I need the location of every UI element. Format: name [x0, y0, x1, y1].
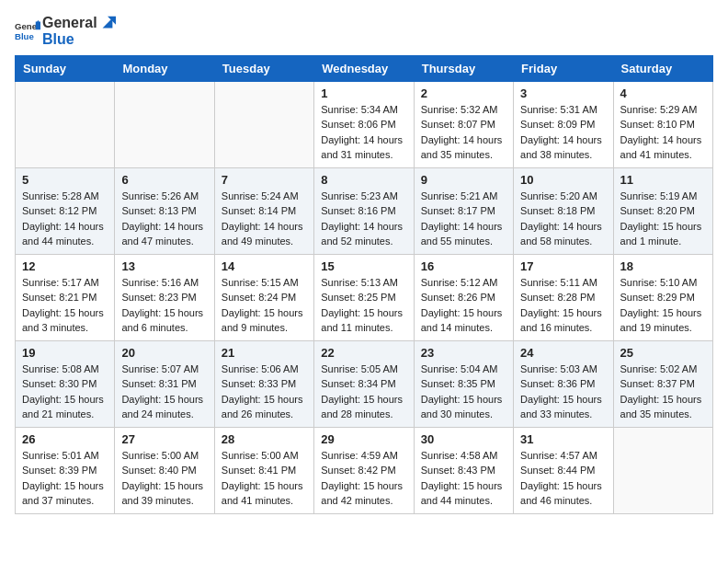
day-number: 7 [222, 173, 307, 187]
weekday-header-tuesday: Tuesday [214, 55, 313, 81]
day-info: Sunrise: 4:58 AM Sunset: 8:43 PM Dayligh… [421, 448, 506, 509]
calendar-cell: 17Sunrise: 5:11 AM Sunset: 8:28 PM Dayli… [514, 254, 613, 340]
day-number: 5 [22, 173, 108, 187]
day-info: Sunrise: 5:00 AM Sunset: 8:40 PM Dayligh… [121, 448, 207, 509]
day-info: Sunrise: 5:21 AM Sunset: 8:17 PM Dayligh… [421, 189, 506, 249]
day-info: Sunrise: 5:08 AM Sunset: 8:30 PM Dayligh… [22, 362, 108, 422]
calendar-cell [214, 81, 313, 167]
calendar-cell: 21Sunrise: 5:06 AM Sunset: 8:33 PM Dayli… [214, 340, 313, 427]
day-number: 24 [520, 346, 606, 360]
calendar-cell: 23Sunrise: 5:04 AM Sunset: 8:35 PM Dayli… [414, 340, 513, 427]
day-number: 8 [321, 173, 406, 187]
logo-general-text: General [42, 15, 116, 31]
calendar-cell: 20Sunrise: 5:07 AM Sunset: 8:31 PM Dayli… [115, 340, 214, 427]
day-info: Sunrise: 5:05 AM Sunset: 8:34 PM Dayligh… [321, 362, 406, 422]
day-info: Sunrise: 5:16 AM Sunset: 8:23 PM Dayligh… [121, 275, 207, 336]
weekday-header-monday: Monday [115, 55, 214, 81]
logo: General Blue General Blue [15, 15, 116, 48]
calendar-cell: 11Sunrise: 5:19 AM Sunset: 8:20 PM Dayli… [613, 167, 712, 254]
day-number: 18 [620, 259, 706, 273]
day-info: Sunrise: 5:34 AM Sunset: 8:06 PM Dayligh… [321, 102, 406, 163]
day-number: 30 [421, 432, 506, 446]
day-info: Sunrise: 5:24 AM Sunset: 8:14 PM Dayligh… [222, 189, 307, 249]
calendar-cell: 28Sunrise: 5:00 AM Sunset: 8:41 PM Dayli… [214, 427, 313, 513]
svg-text:Blue: Blue [15, 31, 34, 41]
day-number: 9 [421, 173, 506, 187]
day-info: Sunrise: 5:04 AM Sunset: 8:35 PM Dayligh… [421, 362, 506, 422]
calendar-week-row: 5Sunrise: 5:28 AM Sunset: 8:12 PM Daylig… [16, 167, 713, 254]
calendar-cell: 16Sunrise: 5:12 AM Sunset: 8:26 PM Dayli… [414, 254, 513, 340]
day-info: Sunrise: 4:59 AM Sunset: 8:42 PM Dayligh… [321, 448, 406, 509]
logo-blue-text: Blue [42, 31, 116, 48]
day-number: 25 [620, 346, 706, 360]
calendar-cell: 22Sunrise: 5:05 AM Sunset: 8:34 PM Dayli… [314, 340, 414, 427]
day-number: 19 [22, 346, 108, 360]
calendar-cell: 19Sunrise: 5:08 AM Sunset: 8:30 PM Dayli… [16, 340, 115, 427]
calendar-cell: 26Sunrise: 5:01 AM Sunset: 8:39 PM Dayli… [16, 427, 115, 513]
day-info: Sunrise: 4:57 AM Sunset: 8:44 PM Dayligh… [520, 448, 606, 509]
day-number: 2 [421, 86, 506, 100]
calendar-week-row: 12Sunrise: 5:17 AM Sunset: 8:21 PM Dayli… [16, 254, 713, 340]
day-number: 17 [520, 259, 606, 273]
day-info: Sunrise: 5:28 AM Sunset: 8:12 PM Dayligh… [22, 189, 108, 249]
day-info: Sunrise: 5:03 AM Sunset: 8:36 PM Dayligh… [520, 362, 606, 422]
day-number: 12 [22, 259, 108, 273]
day-info: Sunrise: 5:20 AM Sunset: 8:18 PM Dayligh… [520, 189, 606, 249]
calendar-week-row: 26Sunrise: 5:01 AM Sunset: 8:39 PM Dayli… [16, 427, 713, 513]
weekday-header-thursday: Thursday [414, 55, 513, 81]
day-number: 13 [121, 259, 207, 273]
calendar-cell [16, 81, 115, 167]
calendar-cell: 29Sunrise: 4:59 AM Sunset: 8:42 PM Dayli… [314, 427, 414, 513]
day-number: 26 [22, 432, 108, 446]
day-info: Sunrise: 5:26 AM Sunset: 8:13 PM Dayligh… [121, 189, 207, 249]
calendar-week-row: 1Sunrise: 5:34 AM Sunset: 8:06 PM Daylig… [16, 81, 713, 167]
day-info: Sunrise: 5:01 AM Sunset: 8:39 PM Dayligh… [22, 448, 108, 509]
calendar-cell: 31Sunrise: 4:57 AM Sunset: 8:44 PM Dayli… [514, 427, 613, 513]
day-number: 3 [520, 86, 606, 100]
day-info: Sunrise: 5:07 AM Sunset: 8:31 PM Dayligh… [121, 362, 207, 422]
day-info: Sunrise: 5:31 AM Sunset: 8:09 PM Dayligh… [520, 102, 606, 163]
calendar-cell: 8Sunrise: 5:23 AM Sunset: 8:16 PM Daylig… [314, 167, 414, 254]
calendar-cell: 13Sunrise: 5:16 AM Sunset: 8:23 PM Dayli… [115, 254, 214, 340]
weekday-header-row: SundayMondayTuesdayWednesdayThursdayFrid… [16, 55, 713, 81]
calendar-cell [613, 427, 712, 513]
calendar-cell: 9Sunrise: 5:21 AM Sunset: 8:17 PM Daylig… [414, 167, 513, 254]
calendar-cell: 3Sunrise: 5:31 AM Sunset: 8:09 PM Daylig… [514, 81, 613, 167]
calendar-cell: 24Sunrise: 5:03 AM Sunset: 8:36 PM Dayli… [514, 340, 613, 427]
calendar-cell: 14Sunrise: 5:15 AM Sunset: 8:24 PM Dayli… [214, 254, 313, 340]
day-info: Sunrise: 5:12 AM Sunset: 8:26 PM Dayligh… [421, 275, 506, 336]
day-number: 23 [421, 346, 506, 360]
calendar-cell: 5Sunrise: 5:28 AM Sunset: 8:12 PM Daylig… [16, 167, 115, 254]
calendar-cell: 10Sunrise: 5:20 AM Sunset: 8:18 PM Dayli… [514, 167, 613, 254]
day-info: Sunrise: 5:17 AM Sunset: 8:21 PM Dayligh… [22, 275, 108, 336]
weekday-header-sunday: Sunday [16, 55, 115, 81]
calendar-cell: 25Sunrise: 5:02 AM Sunset: 8:37 PM Dayli… [613, 340, 712, 427]
calendar-cell: 27Sunrise: 5:00 AM Sunset: 8:40 PM Dayli… [115, 427, 214, 513]
day-number: 4 [620, 86, 706, 100]
calendar-table: SundayMondayTuesdayWednesdayThursdayFrid… [15, 55, 713, 514]
day-number: 14 [222, 259, 307, 273]
day-info: Sunrise: 5:23 AM Sunset: 8:16 PM Dayligh… [321, 189, 406, 249]
day-number: 16 [421, 259, 506, 273]
calendar-cell: 30Sunrise: 4:58 AM Sunset: 8:43 PM Dayli… [414, 427, 513, 513]
logo-triangle-icon [99, 15, 116, 31]
day-info: Sunrise: 5:11 AM Sunset: 8:28 PM Dayligh… [520, 275, 606, 336]
day-info: Sunrise: 5:13 AM Sunset: 8:25 PM Dayligh… [321, 275, 406, 336]
day-number: 22 [321, 346, 406, 360]
day-info: Sunrise: 5:29 AM Sunset: 8:10 PM Dayligh… [620, 102, 706, 163]
weekday-header-saturday: Saturday [613, 55, 712, 81]
page-header: General Blue General Blue [15, 15, 713, 48]
day-info: Sunrise: 5:32 AM Sunset: 8:07 PM Dayligh… [421, 102, 506, 163]
day-info: Sunrise: 5:00 AM Sunset: 8:41 PM Dayligh… [222, 448, 307, 509]
calendar-cell: 12Sunrise: 5:17 AM Sunset: 8:21 PM Dayli… [16, 254, 115, 340]
calendar-cell: 4Sunrise: 5:29 AM Sunset: 8:10 PM Daylig… [613, 81, 712, 167]
day-number: 21 [222, 346, 307, 360]
day-number: 15 [321, 259, 406, 273]
calendar-cell: 15Sunrise: 5:13 AM Sunset: 8:25 PM Dayli… [314, 254, 414, 340]
calendar-cell: 1Sunrise: 5:34 AM Sunset: 8:06 PM Daylig… [314, 81, 414, 167]
calendar-cell [115, 81, 214, 167]
weekday-header-wednesday: Wednesday [314, 55, 414, 81]
day-number: 27 [121, 432, 207, 446]
day-info: Sunrise: 5:15 AM Sunset: 8:24 PM Dayligh… [222, 275, 307, 336]
calendar-cell: 6Sunrise: 5:26 AM Sunset: 8:13 PM Daylig… [115, 167, 214, 254]
